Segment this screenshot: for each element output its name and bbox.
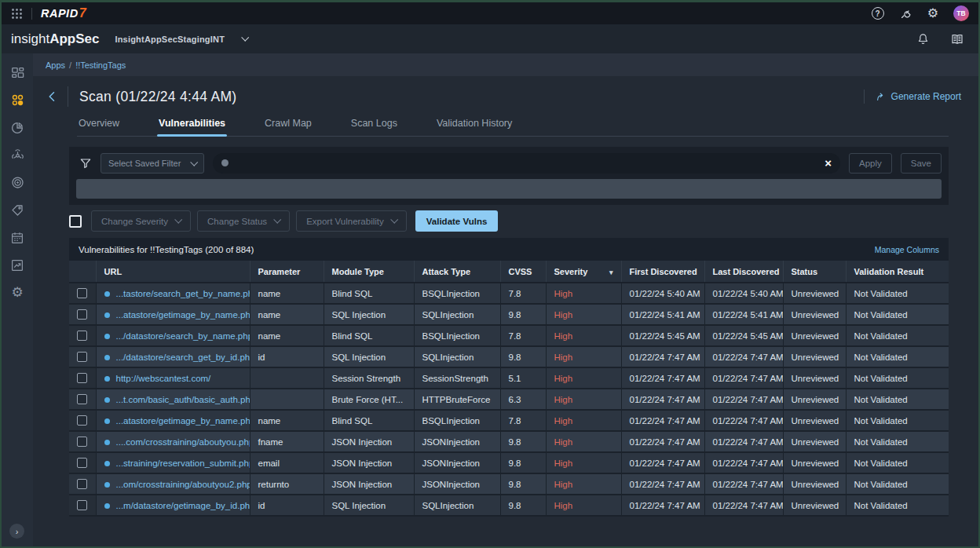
column-header-label: Status bbox=[792, 267, 818, 276]
settings-gear-icon[interactable]: ⚙ bbox=[927, 7, 938, 20]
row-checkbox[interactable] bbox=[77, 352, 87, 362]
tab-overview[interactable]: Overview bbox=[77, 111, 121, 136]
cell-status: Unreviewed bbox=[783, 346, 846, 367]
vuln-url-link[interactable]: ....com/crosstraining/aboutyou.php bbox=[116, 437, 250, 447]
change-status-dropdown[interactable]: Change Status bbox=[197, 210, 290, 232]
sidebar-item-schedules[interactable] bbox=[2, 224, 33, 251]
saved-filter-select[interactable]: Select Saved Filter bbox=[101, 153, 204, 174]
column-header-validation-result[interactable]: Validation Result bbox=[846, 261, 949, 283]
column-header-last-discovered[interactable]: Last Discovered bbox=[704, 261, 783, 283]
column-header-first-discovered[interactable]: First Discovered bbox=[621, 261, 704, 283]
column-header-parameter[interactable]: Parameter bbox=[250, 261, 324, 283]
cell-parameter: returnto bbox=[250, 473, 324, 495]
back-button[interactable] bbox=[46, 90, 60, 104]
sidebar-item-tags[interactable] bbox=[2, 196, 33, 224]
manage-columns-link[interactable]: Manage Columns bbox=[875, 245, 939, 254]
app-launcher-icon[interactable] bbox=[11, 8, 23, 20]
apply-filter-button[interactable]: Apply bbox=[849, 153, 892, 174]
change-severity-dropdown[interactable]: Change Severity bbox=[91, 210, 191, 232]
user-avatar[interactable]: TB bbox=[953, 5, 969, 21]
row-checkbox[interactable] bbox=[77, 415, 87, 426]
cell-parameter bbox=[250, 389, 324, 410]
vuln-url-link[interactable]: .../datastore/search_get_by_id.php bbox=[116, 353, 250, 362]
product-header-bar: insightAppSec InsightAppSecStagingINT bbox=[2, 24, 978, 53]
table-row[interactable]: ...atastore/getimage_by_name.phpnameBlin… bbox=[69, 410, 949, 431]
column-header-label: Attack Type bbox=[422, 267, 471, 276]
row-checkbox[interactable] bbox=[77, 458, 87, 468]
column-header-attack-type[interactable]: Attack Type bbox=[414, 261, 500, 283]
vuln-url-link[interactable]: http://webscantest.com/ bbox=[116, 374, 211, 383]
tab-vulnerabilities[interactable]: Vulnerabilities bbox=[157, 111, 227, 136]
filter-search-box[interactable]: × bbox=[213, 153, 840, 174]
filter-search-input[interactable] bbox=[235, 158, 818, 169]
table-row[interactable]: ...straining/reservation_submit.phpemail… bbox=[69, 452, 949, 473]
cell-url: ....com/crosstraining/aboutyou.php bbox=[96, 431, 250, 452]
vuln-url-link[interactable]: ...straining/reservation_submit.php bbox=[116, 458, 250, 468]
cell-parameter bbox=[250, 367, 324, 389]
cell-severity: High bbox=[546, 410, 621, 431]
vuln-url-link[interactable]: ...om/crosstraining/aboutyou2.php bbox=[116, 480, 250, 489]
column-header-url[interactable]: URL bbox=[96, 261, 250, 283]
select-all-checkbox[interactable] bbox=[69, 215, 82, 228]
vuln-url-link[interactable]: ...atastore/getimage_by_name.php bbox=[116, 416, 250, 426]
row-checkbox[interactable] bbox=[77, 373, 87, 383]
expand-sidebar-button[interactable]: › bbox=[9, 524, 24, 539]
cell-last-discovered: 01/22/24 5:40 AM bbox=[704, 283, 783, 304]
vuln-url-link[interactable]: ...t.com/basic_auth/basic_auth.php bbox=[116, 395, 250, 404]
table-row[interactable]: ...m/datastore/getimage_by_id.phpidSQL I… bbox=[69, 495, 949, 516]
tab-crawl-map[interactable]: Crawl Map bbox=[263, 111, 313, 136]
help-icon[interactable]: ? bbox=[872, 7, 884, 20]
table-row[interactable]: ...om/crosstraining/aboutyou2.phpreturnt… bbox=[69, 473, 949, 495]
table-row[interactable]: ...atastore/getimage_by_name.phpnameSQL … bbox=[69, 304, 949, 325]
cell-module: JSON Injection bbox=[324, 431, 414, 452]
left-nav-sidebar: ⚙ › bbox=[2, 53, 33, 548]
clear-search-icon[interactable]: × bbox=[825, 157, 832, 169]
column-header-severity[interactable]: Severity▾ bbox=[546, 261, 621, 283]
plug-icon[interactable] bbox=[899, 7, 912, 20]
sidebar-item-dashboard[interactable] bbox=[2, 59, 33, 86]
notifications-bell-icon[interactable] bbox=[916, 32, 930, 46]
generate-report-button[interactable]: Generate Report bbox=[876, 91, 961, 102]
tab-validation-history[interactable]: Validation History bbox=[435, 111, 514, 136]
cell-url: ...tastore/search_get_by_name.php bbox=[96, 283, 250, 304]
column-header-module-type[interactable]: Module Type bbox=[324, 261, 414, 283]
cell-first-discovered: 01/22/24 7:47 AM bbox=[621, 346, 704, 367]
table-row[interactable]: ...tastore/search_get_by_name.phpnameBli… bbox=[69, 283, 949, 304]
table-row[interactable]: .../datastore/search_get_by_id.phpidSQL … bbox=[69, 346, 949, 367]
vuln-url-link[interactable]: .../datastore/search_by_name.php bbox=[116, 331, 250, 341]
save-filter-button[interactable]: Save bbox=[901, 153, 942, 174]
row-checkbox[interactable] bbox=[77, 500, 87, 510]
table-row[interactable]: ...t.com/basic_auth/basic_auth.phpBrute … bbox=[69, 389, 949, 410]
saved-filter-chevron-down-icon bbox=[190, 159, 198, 166]
row-checkbox[interactable] bbox=[77, 479, 87, 489]
row-checkbox[interactable] bbox=[77, 331, 87, 341]
validate-vulns-button[interactable]: Validate Vulns bbox=[415, 210, 499, 232]
sidebar-item-apps[interactable] bbox=[2, 86, 33, 114]
sidebar-item-settings[interactable]: ⚙ bbox=[2, 279, 33, 306]
tab-scan-logs[interactable]: Scan Logs bbox=[349, 111, 399, 136]
breadcrumb-apps-link[interactable]: Apps bbox=[46, 60, 65, 70]
table-row[interactable]: ....com/crosstraining/aboutyou.phpfnameJ… bbox=[69, 431, 949, 452]
sidebar-item-reports[interactable] bbox=[2, 114, 33, 141]
vuln-url-link[interactable]: ...atastore/getimage_by_name.php bbox=[116, 310, 250, 320]
row-checkbox[interactable] bbox=[77, 309, 87, 320]
row-checkbox[interactable] bbox=[77, 394, 87, 404]
row-checkbox[interactable] bbox=[77, 288, 87, 298]
export-vulnerability-dropdown[interactable]: Export Vulnerability bbox=[296, 210, 407, 232]
sidebar-item-analytics[interactable] bbox=[2, 251, 33, 279]
vuln-url-link[interactable]: ...m/datastore/getimage_by_id.php bbox=[116, 501, 250, 510]
vuln-url-link[interactable]: ...tastore/search_get_by_name.php bbox=[116, 289, 250, 298]
org-chevron-down-icon[interactable] bbox=[241, 33, 249, 41]
table-row[interactable]: .../datastore/search_by_name.phpnameBlin… bbox=[69, 325, 949, 346]
row-checkbox[interactable] bbox=[77, 437, 87, 447]
sort-desc-icon[interactable]: ▾ bbox=[609, 269, 613, 276]
column-header-cvss[interactable]: CVSS bbox=[500, 261, 546, 283]
sidebar-item-scan-engines[interactable] bbox=[2, 169, 33, 196]
sidebar-item-vulnerabilities[interactable] bbox=[2, 141, 33, 169]
cell-checkbox bbox=[69, 304, 96, 325]
documentation-book-icon[interactable] bbox=[950, 33, 964, 46]
filter-criteria-area[interactable] bbox=[76, 179, 942, 199]
org-name[interactable]: InsightAppSecStagingINT bbox=[115, 35, 225, 44]
table-row[interactable]: http://webscantest.com/Session StrengthS… bbox=[69, 367, 949, 389]
column-header-status[interactable]: Status bbox=[783, 261, 846, 283]
